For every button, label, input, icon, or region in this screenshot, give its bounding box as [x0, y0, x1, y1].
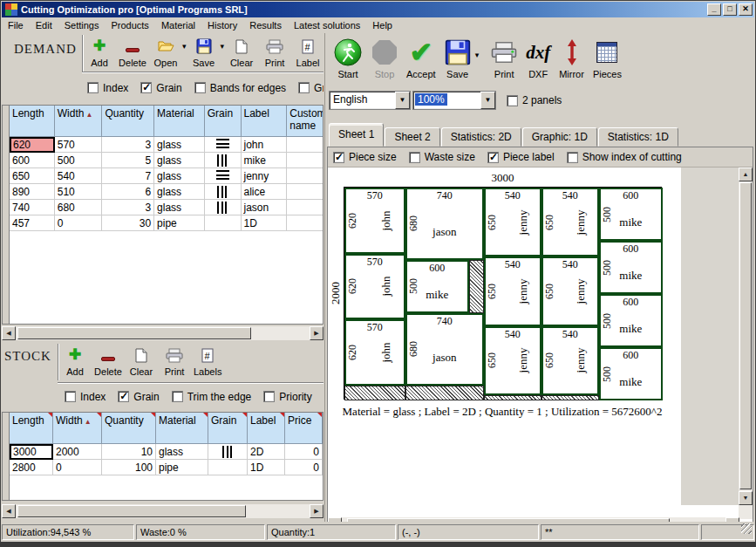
piece-jenny[interactable]: 540650jenny: [541, 188, 599, 256]
chevron-down-icon[interactable]: ▼: [480, 92, 495, 109]
cell-width[interactable]: 510: [55, 184, 103, 200]
piece-jason[interactable]: 740680jason: [405, 188, 484, 260]
cell-length[interactable]: 600: [10, 153, 55, 168]
cell-grain[interactable]: [205, 168, 242, 184]
cell-length[interactable]: 650: [10, 168, 55, 184]
checkbox-trim-the-edge[interactable]: Trim the edge: [172, 391, 252, 403]
menu-history[interactable]: History: [201, 19, 243, 31]
cell-length[interactable]: 2800: [10, 460, 53, 475]
header-length[interactable]: Length: [10, 106, 55, 137]
header-grain[interactable]: Grain: [208, 413, 248, 444]
checkbox-index-stock[interactable]: Index: [65, 391, 106, 403]
scroll-down-icon[interactable]: ▼: [739, 491, 753, 505]
stock-clear-button[interactable]: Clear: [125, 344, 158, 379]
piece-mike[interactable]: 600500mike: [599, 294, 663, 347]
header-price[interactable]: Price: [285, 413, 323, 444]
cell-price[interactable]: 0: [285, 460, 323, 475]
piece-jenny[interactable]: 540650jenny: [541, 326, 599, 395]
piece-jenny[interactable]: 540650jenny: [484, 188, 541, 256]
piece-mike[interactable]: 600500mike: [599, 241, 663, 294]
checkbox-grain[interactable]: Grain: [140, 82, 181, 94]
demand-label-button[interactable]: # Label: [291, 35, 324, 70]
checkbox-piece-size[interactable]: Piece size: [333, 151, 397, 163]
cell-material[interactable]: glass: [154, 184, 205, 200]
cell-grain[interactable]: [208, 460, 248, 475]
solution-save-button[interactable]: Save: [440, 35, 475, 81]
cell-customer[interactable]: [287, 168, 323, 184]
cell-length[interactable]: 457: [10, 215, 55, 231]
dxf-button[interactable]: dxf DXF: [521, 35, 555, 81]
cell-label[interactable]: 1D: [248, 460, 285, 475]
cell-quantity[interactable]: 5: [102, 153, 154, 168]
piece-jason[interactable]: 740680jason: [405, 313, 484, 386]
demand-add-button[interactable]: ✚ Add: [83, 35, 116, 70]
cell-grain[interactable]: [205, 215, 242, 231]
minimize-button[interactable]: _: [707, 3, 721, 16]
header-width[interactable]: Width▲: [55, 106, 103, 137]
zoom-select[interactable]: 100% ▼: [412, 91, 496, 110]
piece-john[interactable]: 570620john: [344, 254, 405, 320]
stock-delete-button[interactable]: Delete: [92, 344, 125, 379]
cell-width[interactable]: 500: [55, 153, 103, 168]
diagram-v-scrollbar[interactable]: ▲ ▼: [739, 168, 753, 519]
scroll-left-icon[interactable]: ◀: [2, 326, 16, 340]
cell-material[interactable]: pipe: [154, 215, 205, 231]
cell-length[interactable]: 890: [10, 184, 55, 200]
checkbox-grinding[interactable]: Grinding: [298, 82, 324, 94]
menu-results[interactable]: Results: [243, 19, 288, 31]
demand-delete-button[interactable]: Delete: [116, 35, 149, 70]
menu-material[interactable]: Material: [155, 19, 201, 31]
checkbox-waste-size[interactable]: Waste size: [409, 151, 475, 163]
header-customer-name[interactable]: Customer name: [287, 106, 323, 137]
menu-latest-solutions[interactable]: Latest solutions: [288, 19, 366, 31]
cell-width[interactable]: 0: [53, 460, 102, 475]
cell-customer[interactable]: [287, 184, 323, 200]
table-row[interactable]: 6205703glassjohn: [10, 137, 323, 153]
cell-material[interactable]: glass: [154, 137, 205, 153]
save-dropdown-icon[interactable]: ▾: [475, 51, 480, 59]
scroll-thumb[interactable]: [17, 505, 246, 517]
demand-open-button[interactable]: Open: [149, 35, 182, 70]
cell-price[interactable]: 0: [285, 444, 323, 460]
cell-length[interactable]: 620: [10, 137, 55, 153]
header-grain[interactable]: Grain: [205, 106, 242, 137]
table-row[interactable]: 8905106glassalice: [10, 184, 323, 200]
pieces-button[interactable]: Pieces: [589, 35, 626, 81]
demand-clear-button[interactable]: Clear: [225, 35, 258, 70]
resize-grip[interactable]: [741, 523, 752, 534]
accept-button[interactable]: ✔ Accept: [402, 35, 440, 81]
cell-customer[interactable]: [287, 215, 323, 231]
close-button[interactable]: ✕: [739, 3, 753, 16]
cell-length[interactable]: 740: [10, 200, 55, 215]
checkbox-piece-label[interactable]: Piece label: [487, 151, 555, 163]
cell-width[interactable]: 2000: [53, 444, 102, 460]
cell-material[interactable]: glass: [156, 444, 208, 460]
piece-mike[interactable]: 600500mike: [599, 188, 663, 241]
header-label[interactable]: Label: [248, 413, 285, 444]
piece-jenny[interactable]: 540650jenny: [541, 256, 599, 325]
checkbox-index[interactable]: Index: [87, 82, 128, 94]
header-label[interactable]: Label: [242, 106, 288, 137]
tab-statistics-1d[interactable]: Statistics: 1D: [598, 127, 678, 147]
tab-sheet-2[interactable]: Sheet 2: [385, 127, 439, 147]
tab-sheet-1[interactable]: Sheet 1: [329, 123, 384, 147]
header-material[interactable]: Material: [154, 106, 205, 137]
menu-edit[interactable]: Edit: [30, 19, 58, 31]
save-dropdown-icon[interactable]: ▾: [221, 42, 225, 51]
scroll-left-icon[interactable]: ◀: [2, 504, 16, 518]
table-row[interactable]: 3000200010glass2D0: [10, 444, 323, 460]
table-row[interactable]: 6005005glassmike: [10, 153, 323, 168]
table-row[interactable]: 457030pipe1D: [10, 215, 323, 231]
scroll-thumb[interactable]: [739, 182, 752, 489]
scroll-thumb[interactable]: [347, 518, 670, 522]
table-row[interactable]: 28000100pipe1D0: [10, 460, 323, 475]
cell-quantity[interactable]: 100: [102, 460, 156, 475]
demand-h-scrollbar[interactable]: ◀ ▶: [2, 326, 324, 340]
table-row[interactable]: 6505407glassjenny: [10, 168, 323, 184]
menu-help[interactable]: Help: [366, 19, 398, 31]
chevron-down-icon[interactable]: ▼: [395, 92, 410, 109]
scroll-thumb[interactable]: [17, 327, 251, 339]
cell-customer[interactable]: [287, 153, 323, 168]
maximize-button[interactable]: □: [723, 3, 737, 16]
header-width[interactable]: Width▲: [53, 413, 102, 444]
